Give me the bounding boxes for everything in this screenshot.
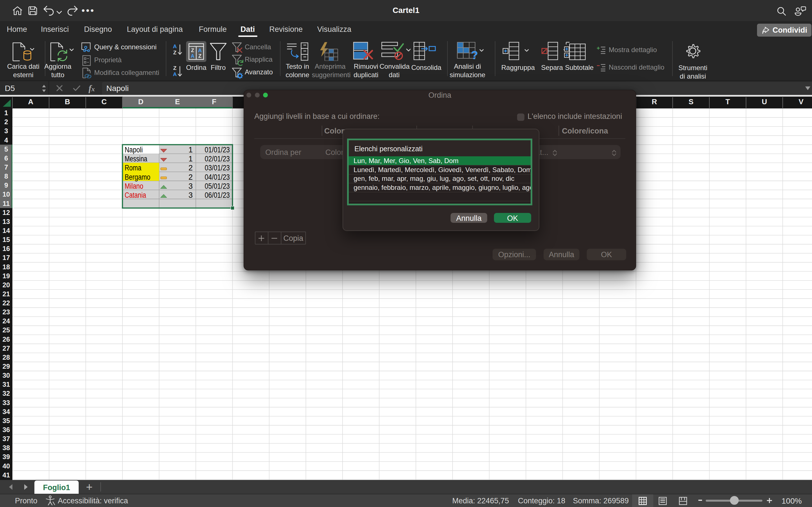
svg-text:40: 40 (3, 462, 10, 470)
svg-text:36: 36 (3, 426, 10, 434)
svg-text:Roma: Roma (124, 164, 142, 172)
svg-text:B: B (65, 98, 70, 106)
svg-text:14: 14 (3, 227, 10, 234)
svg-text:Messina: Messina (124, 155, 147, 163)
svg-text:Milano: Milano (124, 182, 143, 190)
svg-text:1: 1 (188, 146, 193, 154)
svg-text:E: E (175, 98, 180, 106)
svg-text:U: U (762, 98, 767, 106)
svg-text:20: 20 (3, 281, 10, 289)
svg-text:11: 11 (3, 200, 10, 207)
svg-text:23: 23 (3, 308, 10, 316)
svg-text:9: 9 (4, 181, 8, 189)
svg-text:37: 37 (3, 435, 10, 443)
svg-text:3: 3 (4, 127, 8, 135)
svg-text:1: 1 (188, 155, 193, 163)
svg-text:Z: Z (191, 48, 194, 53)
svg-text:12: 12 (3, 209, 10, 216)
svg-text:4: 4 (4, 136, 8, 144)
svg-text:2: 2 (188, 164, 193, 172)
svg-text:S: S (689, 98, 693, 106)
svg-text:29: 29 (3, 362, 10, 370)
svg-text:3: 3 (188, 191, 193, 200)
svg-text:41: 41 (3, 471, 10, 479)
svg-text:22: 22 (3, 299, 10, 307)
svg-text:R: R (652, 98, 657, 106)
svg-text:Bergamo: Bergamo (124, 173, 150, 181)
svg-text:31: 31 (3, 381, 10, 388)
svg-text:06/01/23: 06/01/23 (205, 191, 230, 200)
svg-text:10: 10 (3, 190, 10, 198)
svg-text:15: 15 (3, 236, 10, 243)
svg-text:5: 5 (4, 145, 8, 153)
svg-text:C: C (101, 98, 107, 106)
svg-text:?: ? (471, 48, 478, 61)
svg-text:04/01/23: 04/01/23 (205, 173, 230, 181)
svg-text:05/01/23: 05/01/23 (205, 182, 230, 190)
svg-text:32: 32 (3, 390, 10, 397)
svg-text:1: 1 (4, 109, 8, 117)
svg-text:19: 19 (3, 272, 10, 280)
svg-text:3: 3 (188, 182, 193, 190)
svg-text:26: 26 (3, 335, 10, 343)
svg-text:Z: Z (173, 50, 176, 55)
svg-text:27: 27 (3, 344, 10, 352)
svg-text:Z: Z (199, 53, 202, 59)
svg-text:02/01/23: 02/01/23 (205, 155, 230, 163)
svg-text:2: 2 (4, 118, 8, 126)
svg-text:01/01/23: 01/01/23 (205, 146, 230, 154)
svg-text:24: 24 (3, 317, 10, 325)
svg-text:28: 28 (3, 353, 10, 361)
svg-text:A: A (28, 98, 34, 106)
svg-text:6: 6 (4, 154, 8, 162)
svg-text:03/01/23: 03/01/23 (205, 164, 230, 172)
svg-text:33: 33 (3, 399, 10, 406)
svg-text:Catania: Catania (124, 191, 146, 200)
svg-text:2: 2 (188, 173, 193, 181)
svg-text:Napoli: Napoli (124, 146, 143, 154)
svg-text:13: 13 (3, 218, 10, 225)
svg-text:21: 21 (3, 290, 10, 298)
svg-text:39: 39 (3, 453, 10, 460)
svg-text:A: A (173, 44, 177, 49)
svg-text:17: 17 (3, 254, 10, 262)
svg-text:D: D (138, 98, 144, 106)
svg-text:A: A (198, 48, 202, 53)
svg-text:38: 38 (3, 444, 10, 452)
svg-text:16: 16 (3, 245, 10, 252)
svg-text:25: 25 (3, 326, 10, 334)
svg-text:18: 18 (3, 263, 10, 271)
svg-text:Z: Z (173, 65, 176, 71)
svg-text:A: A (173, 71, 177, 77)
svg-text:T: T (725, 98, 730, 106)
svg-text:A: A (191, 53, 195, 59)
svg-text:30: 30 (3, 372, 10, 379)
svg-text:V: V (799, 98, 804, 106)
svg-text:8: 8 (4, 172, 8, 180)
svg-text:34: 34 (3, 408, 10, 415)
svg-text:35: 35 (3, 417, 10, 425)
svg-text:F: F (212, 98, 216, 106)
svg-text:7: 7 (4, 163, 8, 171)
